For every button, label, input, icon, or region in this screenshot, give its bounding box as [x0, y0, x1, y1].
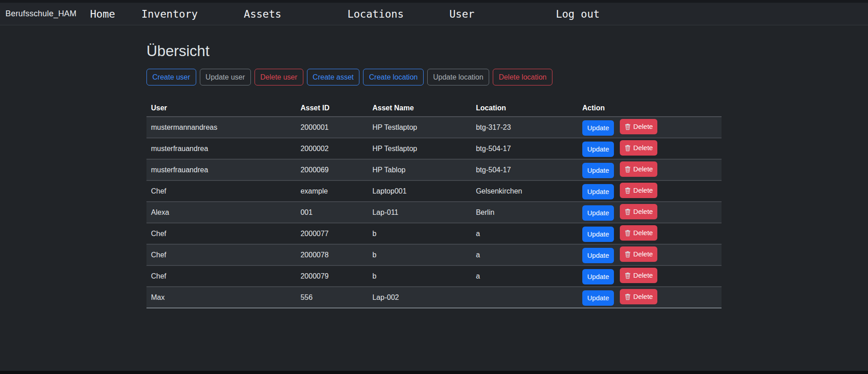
cell-location: a — [472, 244, 578, 265]
update-button[interactable]: Update — [582, 120, 614, 136]
nav-item-home[interactable]: Home — [90, 8, 115, 20]
cell-asset-name: HP Testlaptop — [368, 117, 472, 138]
assets-table: User Asset ID Asset Name Location Action… — [146, 100, 722, 308]
cell-location: a — [472, 223, 578, 244]
delete-button-label: Delete — [633, 122, 653, 132]
update-button[interactable]: Update — [582, 142, 614, 157]
table-head: User Asset ID Asset Name Location Action — [146, 100, 722, 117]
cell-asset-name: Laptop001 — [368, 180, 472, 202]
cell-asset-name: HP Tablop — [368, 159, 472, 180]
cell-action: Update Delete — [578, 265, 722, 287]
trash-icon — [624, 251, 631, 258]
toolbar: Create userUpdate userDelete userCreate … — [146, 69, 722, 85]
page-title: Übersicht — [146, 43, 722, 60]
cell-location: a — [472, 265, 578, 287]
delete-button-label: Delete — [633, 207, 653, 217]
table-header-row: User Asset ID Asset Name Location Action — [146, 100, 722, 117]
window-bottom-edge — [0, 371, 868, 374]
cell-user: Chef — [146, 180, 296, 202]
cell-action: Update Delete — [578, 244, 722, 265]
header-location: Location — [472, 100, 578, 117]
trash-icon — [624, 123, 631, 130]
cell-user: mustermannandreas — [146, 117, 296, 138]
delete-button[interactable]: Delete — [620, 268, 657, 283]
nav-item-assets[interactable]: Assets — [244, 8, 281, 20]
delete-location-button[interactable]: Delete location — [493, 69, 552, 85]
delete-button[interactable]: Delete — [620, 161, 657, 177]
header-asset-name: Asset Name — [368, 100, 472, 117]
cell-asset-id: 2000001 — [296, 117, 368, 138]
cell-user: musterfrauandrea — [146, 159, 296, 180]
cell-action: Update Delete — [578, 287, 722, 308]
table-row: musterfrauandrea 2000002 HP Testlaptop b… — [146, 138, 722, 159]
cell-user: Chef — [146, 244, 296, 265]
delete-button[interactable]: Delete — [620, 183, 657, 198]
delete-button-label: Delete — [633, 292, 653, 302]
delete-button[interactable]: Delete — [620, 225, 657, 241]
trash-icon — [624, 272, 631, 279]
delete-user-button[interactable]: Delete user — [255, 69, 303, 85]
table-row: Chef 2000078 b a Update Delete — [146, 244, 722, 265]
nav-item-locations[interactable]: Locations — [347, 8, 404, 20]
cell-asset-id: 2000078 — [296, 244, 368, 265]
table-row: Alexa 001 Lap-011 Berlin Update Delete — [146, 202, 722, 223]
update-location-button[interactable]: Update location — [427, 69, 489, 85]
create-asset-button[interactable]: Create asset — [307, 69, 360, 85]
create-location-button[interactable]: Create location — [363, 69, 424, 85]
update-button[interactable]: Update — [582, 269, 614, 284]
cell-user: Max — [146, 287, 296, 308]
cell-location: btg-317-23 — [472, 117, 578, 138]
cell-asset-id: example — [296, 180, 368, 202]
main-content: Übersicht Create userUpdate userDelete u… — [136, 43, 732, 308]
cell-asset-name: Lap-002 — [368, 287, 472, 308]
navbar: Berufsschule_HAM HomeInventoryAssetsLoca… — [0, 3, 868, 25]
nav-item-user[interactable]: User — [449, 8, 474, 20]
table-row: Chef example Laptop001 Gelsenkirchen Upd… — [146, 180, 722, 202]
nav-links: HomeInventoryAssetsLocationsUserLog out — [76, 8, 599, 20]
cell-user: Alexa — [146, 202, 296, 223]
cell-location — [472, 287, 578, 308]
cell-user: Chef — [146, 265, 296, 287]
update-button[interactable]: Update — [582, 227, 614, 242]
cell-asset-name: Lap-011 — [368, 202, 472, 223]
table-row: Chef 2000077 b a Update Delete — [146, 223, 722, 244]
create-user-button[interactable]: Create user — [146, 69, 196, 85]
cell-asset-id: 2000002 — [296, 138, 368, 159]
trash-icon — [624, 208, 631, 215]
update-user-button[interactable]: Update user — [200, 69, 251, 85]
cell-location: Berlin — [472, 202, 578, 223]
cell-asset-name: HP Testlaptop — [368, 138, 472, 159]
delete-button[interactable]: Delete — [620, 204, 657, 219]
update-button[interactable]: Update — [582, 163, 614, 178]
delete-button-label: Delete — [633, 143, 653, 153]
update-button[interactable]: Update — [582, 184, 614, 199]
navbar-brand[interactable]: Berufsschule_HAM — [5, 9, 76, 19]
nav-item-logout[interactable]: Log out — [556, 8, 599, 20]
table-row: mustermannandreas 2000001 HP Testlaptop … — [146, 117, 722, 138]
update-button[interactable]: Update — [582, 205, 614, 221]
trash-icon — [624, 144, 631, 151]
cell-location: btg-504-17 — [472, 138, 578, 159]
delete-button[interactable]: Delete — [620, 119, 657, 134]
update-button[interactable]: Update — [582, 290, 614, 306]
delete-button-label: Delete — [633, 249, 653, 259]
table-row: Chef 2000079 b a Update Delete — [146, 265, 722, 287]
cell-user: musterfrauandrea — [146, 138, 296, 159]
delete-button[interactable]: Delete — [620, 289, 657, 304]
cell-action: Update Delete — [578, 117, 722, 138]
delete-button-label: Delete — [633, 228, 653, 238]
delete-button[interactable]: Delete — [620, 140, 657, 156]
header-action: Action — [578, 100, 722, 117]
trash-icon — [624, 293, 631, 300]
header-asset-id: Asset ID — [296, 100, 368, 117]
cell-asset-id: 2000069 — [296, 159, 368, 180]
table-body: mustermannandreas 2000001 HP Testlaptop … — [146, 117, 722, 308]
update-button[interactable]: Update — [582, 248, 614, 263]
cell-user: Chef — [146, 223, 296, 244]
delete-button-label: Delete — [633, 270, 653, 280]
cell-asset-id: 2000077 — [296, 223, 368, 244]
cell-asset-id: 001 — [296, 202, 368, 223]
cell-asset-id: 556 — [296, 287, 368, 308]
nav-item-inventory[interactable]: Inventory — [142, 8, 198, 20]
delete-button[interactable]: Delete — [620, 246, 657, 262]
